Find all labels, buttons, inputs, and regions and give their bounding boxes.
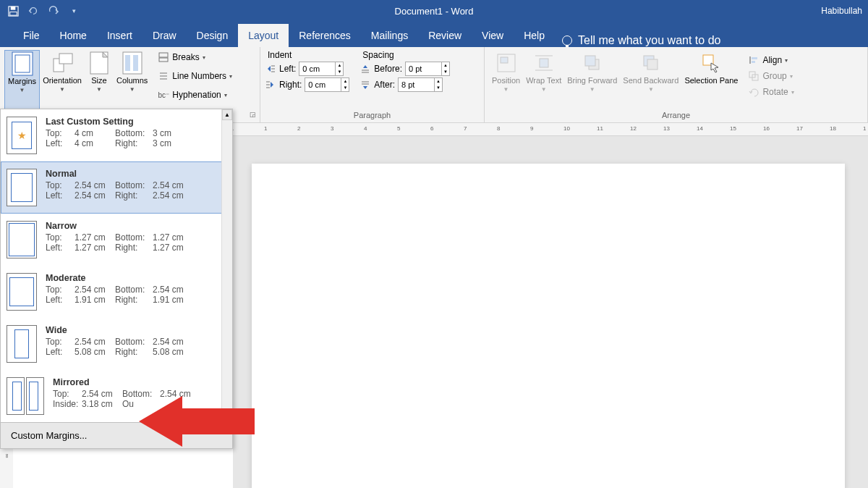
indent-heading: Indent bbox=[265, 50, 349, 60]
qat-customize-icon[interactable]: ▾ bbox=[68, 5, 80, 17]
margin-name: Narrow bbox=[46, 221, 190, 231]
send-backward-icon bbox=[639, 51, 663, 75]
margin-option-moderate[interactable]: ModerateTop:2.54 cmBottom:2.54 cmLeft:1.… bbox=[1, 266, 232, 318]
svg-rect-37 bbox=[752, 57, 757, 59]
send-backward-button: Send Backward▼ bbox=[620, 50, 681, 108]
margin-name: Moderate bbox=[46, 273, 190, 283]
svg-rect-34 bbox=[647, 59, 658, 70]
document-page[interactable] bbox=[252, 164, 845, 488]
margin-preview-icon bbox=[7, 273, 37, 311]
document-area[interactable] bbox=[233, 136, 868, 488]
indent-right-input[interactable]: ▲▼ bbox=[305, 77, 349, 92]
margin-option-wide[interactable]: WideTop:2.54 cmBottom:2.54 cmLeft:5.08 c… bbox=[1, 318, 232, 370]
scrollbar[interactable]: ▲ ▼ bbox=[221, 109, 232, 422]
svg-rect-32 bbox=[585, 56, 595, 66]
margins-icon bbox=[11, 52, 34, 75]
hyphenation-button[interactable]: bc⁻ Hyphenation ▾ bbox=[155, 88, 235, 102]
line-numbers-icon bbox=[158, 70, 169, 82]
indent-right-icon bbox=[265, 79, 276, 91]
tab-references[interactable]: References bbox=[289, 24, 361, 47]
dialog-launcher-icon[interactable]: ◲ bbox=[248, 111, 257, 119]
tab-draw[interactable]: Draw bbox=[142, 24, 187, 47]
selection-pane-icon bbox=[699, 51, 723, 75]
chevron-down-icon: ▾ bbox=[203, 54, 205, 61]
spin-down-icon[interactable]: ▼ bbox=[441, 69, 449, 75]
margin-preview-icon bbox=[7, 377, 44, 415]
chevron-down-icon: ▼ bbox=[20, 87, 25, 93]
spin-down-icon[interactable]: ▼ bbox=[335, 69, 343, 75]
rotate-button: Rotate▾ bbox=[745, 85, 796, 99]
redo-icon[interactable] bbox=[48, 5, 59, 17]
rotate-icon bbox=[748, 86, 760, 98]
spacing-before-input[interactable]: ▲▼ bbox=[405, 62, 450, 76]
spin-up-icon[interactable]: ▲ bbox=[341, 78, 349, 85]
columns-icon bbox=[121, 51, 144, 75]
orientation-icon bbox=[51, 51, 74, 75]
paragraph-group-label: Paragraph bbox=[260, 111, 484, 122]
arrange-group-label: Arrange bbox=[485, 111, 867, 122]
spacing-after-icon bbox=[359, 79, 371, 91]
indent-left-input[interactable]: ▲▼ bbox=[299, 62, 344, 76]
spacing-before-icon bbox=[359, 63, 371, 75]
spin-down-icon[interactable]: ▼ bbox=[341, 85, 349, 91]
position-button: Position▼ bbox=[489, 50, 523, 108]
wrap-text-icon bbox=[532, 51, 556, 75]
breaks-button[interactable]: Breaks ▾ bbox=[155, 50, 235, 64]
align-button[interactable]: Align▾ bbox=[745, 53, 796, 67]
tab-design[interactable]: Design bbox=[187, 24, 239, 47]
quick-access-toolbar: ▾ bbox=[0, 5, 80, 17]
chevron-down-icon: ▼ bbox=[59, 86, 65, 93]
group-button: Group▾ bbox=[745, 69, 796, 83]
wrap-text-button: Wrap Text▼ bbox=[523, 50, 564, 108]
spacing-after-input[interactable]: ▲▼ bbox=[398, 77, 443, 92]
tell-me-search[interactable]: Tell me what you want to do bbox=[562, 34, 720, 47]
tab-file[interactable]: File bbox=[13, 24, 50, 47]
columns-label: Columns bbox=[116, 76, 148, 85]
margins-label: Margins bbox=[8, 77, 36, 85]
horizontal-ruler[interactable]: 11234567891011121314151617181 bbox=[233, 123, 868, 136]
annotation-arrow bbox=[132, 378, 262, 450]
scroll-up-icon[interactable]: ▲ bbox=[222, 109, 232, 120]
margin-name: Last Custom Setting bbox=[46, 117, 190, 127]
document-title: Document1 - Word bbox=[395, 6, 474, 17]
tab-mailings[interactable]: Mailings bbox=[361, 24, 418, 47]
save-icon[interactable] bbox=[7, 5, 19, 17]
orientation-button[interactable]: Orientation ▼ bbox=[40, 50, 85, 117]
spacing-heading: Spacing bbox=[359, 50, 450, 60]
spin-up-icon[interactable]: ▲ bbox=[441, 62, 449, 69]
tab-insert[interactable]: Insert bbox=[97, 24, 142, 47]
svg-rect-11 bbox=[159, 53, 168, 57]
chevron-down-icon: ▾ bbox=[229, 73, 232, 80]
user-name: Habibullah bbox=[821, 6, 862, 16]
tab-home[interactable]: Home bbox=[50, 24, 97, 47]
size-label: Size bbox=[91, 76, 106, 85]
margin-option-last-custom-setting[interactable]: Last Custom SettingTop:4 cmBottom:3 cmLe… bbox=[1, 109, 232, 161]
svg-rect-12 bbox=[159, 58, 168, 62]
spin-up-icon[interactable]: ▲ bbox=[434, 78, 442, 85]
position-icon bbox=[495, 51, 518, 75]
margin-preview-icon bbox=[7, 325, 37, 363]
tab-view[interactable]: View bbox=[472, 24, 514, 47]
line-numbers-button[interactable]: Line Numbers ▾ bbox=[155, 69, 235, 83]
margin-option-narrow[interactable]: NarrowTop:1.27 cmBottom:1.27 cmLeft:1.27… bbox=[1, 214, 232, 266]
svg-rect-10 bbox=[133, 55, 138, 71]
margin-option-normal[interactable]: NormalTop:2.54 cmBottom:2.54 cmLeft:2.54… bbox=[1, 161, 232, 214]
size-button[interactable]: Size ▼ bbox=[85, 50, 114, 117]
spin-up-icon[interactable]: ▲ bbox=[335, 62, 343, 69]
selection-pane-button[interactable]: Selection Pane bbox=[681, 50, 741, 108]
undo-icon[interactable] bbox=[27, 5, 39, 17]
tell-me-label: Tell me what you want to do bbox=[578, 34, 720, 47]
chevron-down-icon: ▼ bbox=[129, 86, 135, 93]
tab-review[interactable]: Review bbox=[418, 24, 472, 47]
spin-down-icon[interactable]: ▼ bbox=[434, 85, 442, 91]
tab-layout[interactable]: Layout bbox=[238, 24, 289, 47]
title-bar: ▾ Document1 - Word Habibullah bbox=[0, 0, 868, 22]
columns-button[interactable]: Columns ▼ bbox=[114, 50, 150, 117]
hyphenation-icon: bc⁻ bbox=[158, 89, 169, 101]
chevron-down-icon: ▼ bbox=[96, 86, 102, 93]
margin-name: Wide bbox=[46, 325, 190, 335]
lightbulb-icon bbox=[562, 35, 572, 46]
tab-help[interactable]: Help bbox=[514, 24, 555, 47]
align-icon bbox=[748, 54, 760, 66]
margins-button[interactable]: Margins ▼ bbox=[4, 50, 40, 117]
